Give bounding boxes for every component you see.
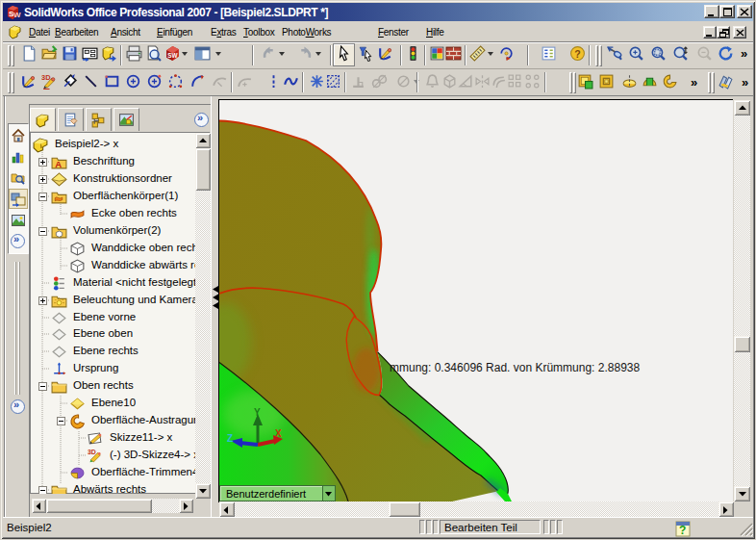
svg-text:?: ? — [574, 48, 580, 60]
svg-text:3D: 3D — [88, 449, 96, 455]
svg-text:W: W — [13, 11, 21, 19]
svg-text:X: X — [275, 428, 282, 439]
svg-text:A: A — [55, 159, 62, 169]
svg-text:?: ? — [679, 524, 686, 537]
svg-text:SW: SW — [167, 52, 177, 59]
svg-text:Z: Z — [227, 433, 233, 444]
